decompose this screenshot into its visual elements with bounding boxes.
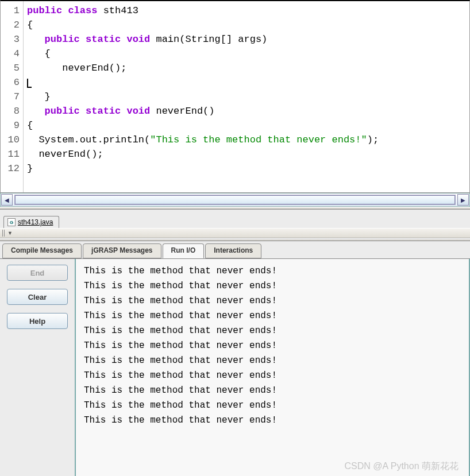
code-line[interactable]: public static void neverEnd() xyxy=(27,104,466,118)
end-button[interactable]: End xyxy=(7,265,68,281)
console-line: This is the method that never ends! xyxy=(84,398,461,413)
code-token: "This is the method that never ends!" xyxy=(150,134,367,145)
line-number: 9 xyxy=(1,118,23,133)
code-token: { xyxy=(27,120,33,131)
scroll-track[interactable] xyxy=(14,195,456,205)
console-output[interactable]: This is the method that never ends!This … xyxy=(75,259,470,476)
line-number: 3 xyxy=(1,32,23,47)
console-line: This is the method that never ends! xyxy=(84,308,461,323)
code-line[interactable]: } xyxy=(27,90,466,104)
code-token xyxy=(121,34,126,45)
code-token xyxy=(80,106,86,117)
console-line: This is the method that never ends! xyxy=(84,368,461,383)
mini-toolbar: ▼ xyxy=(0,228,470,238)
code-line[interactable]: neverEnd(); xyxy=(27,147,466,161)
horizontal-scrollbar[interactable]: ◀ ▶ xyxy=(0,193,470,207)
help-button[interactable]: Help xyxy=(7,313,68,329)
console-line: This is the method that never ends! xyxy=(84,338,461,353)
code-token: public xyxy=(27,5,62,16)
code-token xyxy=(27,34,45,45)
code-token: System.out.println( xyxy=(27,134,150,145)
line-number: 6 xyxy=(1,75,23,90)
code-line[interactable] xyxy=(27,75,466,90)
code-token: } xyxy=(27,91,51,102)
file-tab-label: sth413.java xyxy=(18,218,53,226)
line-number: 8 xyxy=(1,104,23,118)
text-cursor-icon xyxy=(27,79,32,88)
code-token: static xyxy=(86,106,121,117)
code-token xyxy=(80,34,86,45)
code-editor[interactable]: 123456789101112 public class sth413{ pub… xyxy=(0,0,470,193)
line-number: 10 xyxy=(1,133,23,147)
code-token: neverEnd() xyxy=(150,106,214,117)
code-token: void xyxy=(126,34,150,45)
scroll-thumb[interactable] xyxy=(15,195,455,204)
tab-compile-messages[interactable]: Compile Messages xyxy=(2,243,82,258)
code-token: public xyxy=(45,34,80,45)
scroll-right-button[interactable]: ▶ xyxy=(457,194,469,206)
message-tab-bar: Compile MessagesjGRASP MessagesRun I/OIn… xyxy=(0,241,470,258)
code-line[interactable]: { xyxy=(27,118,466,133)
console-panel: End Clear Help This is the method that n… xyxy=(0,258,470,476)
line-number: 4 xyxy=(1,47,23,61)
code-token: void xyxy=(126,106,150,117)
dropdown-arrow-icon[interactable]: ▼ xyxy=(7,230,13,236)
tab-run-i-o[interactable]: Run I/O xyxy=(163,243,205,258)
code-token: { xyxy=(27,48,51,59)
console-line: This is the method that never ends! xyxy=(84,353,461,368)
tab-jgrasp-messages[interactable]: jGRASP Messages xyxy=(83,243,161,258)
console-line: This is the method that never ends! xyxy=(84,293,461,308)
line-number: 1 xyxy=(1,3,23,18)
code-token: static xyxy=(86,34,121,45)
line-number: 12 xyxy=(1,161,23,176)
line-number: 2 xyxy=(1,18,23,32)
file-tab-bar: G sth413.java xyxy=(0,210,470,228)
grip-handle-icon[interactable] xyxy=(2,230,6,237)
line-number: 5 xyxy=(1,61,23,75)
code-line[interactable]: } xyxy=(27,161,466,176)
code-token: sth413 xyxy=(97,5,138,16)
file-tab-sth413[interactable]: G sth413.java xyxy=(3,216,59,228)
console-button-column: End Clear Help xyxy=(0,259,75,476)
console-line: This is the method that never ends! xyxy=(84,278,461,293)
code-token: { xyxy=(27,20,33,30)
console-line: This is the method that never ends! xyxy=(84,323,461,338)
code-line[interactable]: { xyxy=(27,18,466,32)
console-line: This is the method that never ends! xyxy=(84,413,461,428)
code-token xyxy=(62,5,68,16)
console-line: This is the method that never ends! xyxy=(84,383,461,398)
code-token: public xyxy=(45,106,80,117)
code-line[interactable]: System.out.println("This is the method t… xyxy=(27,133,466,147)
code-line[interactable]: { xyxy=(27,47,466,61)
line-number-gutter: 123456789101112 xyxy=(1,1,24,192)
code-token: neverEnd(); xyxy=(27,149,103,160)
code-token xyxy=(27,106,45,117)
code-token xyxy=(121,106,126,117)
code-text-area[interactable]: public class sth413{ public static void … xyxy=(24,1,469,192)
code-token: main(String[] args) xyxy=(150,34,267,45)
clear-button[interactable]: Clear xyxy=(7,289,68,305)
line-number: 7 xyxy=(1,90,23,104)
code-line[interactable]: neverEnd(); xyxy=(27,61,466,75)
code-token: ); xyxy=(367,134,379,145)
line-number: 11 xyxy=(1,147,23,161)
code-line[interactable]: public class sth413 xyxy=(27,3,466,18)
console-line: This is the method that never ends! xyxy=(84,264,461,278)
tab-interactions[interactable]: Interactions xyxy=(205,243,261,258)
scroll-left-button[interactable]: ◀ xyxy=(1,194,13,206)
java-file-icon: G xyxy=(7,218,16,226)
code-token: } xyxy=(27,163,33,174)
code-line[interactable]: public static void main(String[] args) xyxy=(27,32,466,47)
code-token: neverEnd(); xyxy=(27,63,126,73)
code-token: class xyxy=(68,5,97,16)
